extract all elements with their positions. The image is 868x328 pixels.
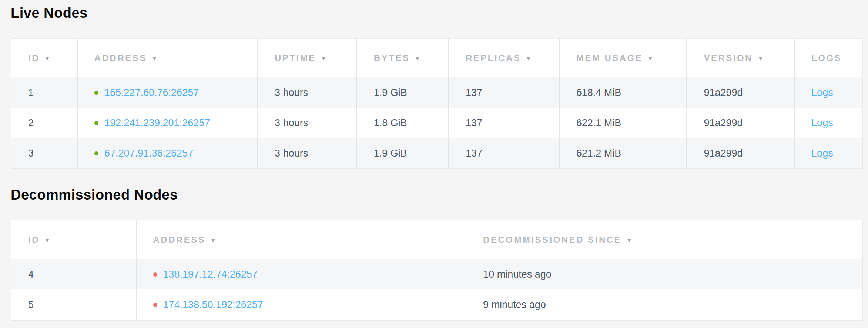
column-label: LOGS	[811, 53, 842, 63]
cell-bytes: 1.9 GiB	[356, 138, 448, 168]
cell-id: 5	[11, 289, 136, 320]
decommissioned-nodes-section: Decommissioned Nodes ID ▾ ADDRESS ▾ DECO…	[11, 186, 863, 321]
cell-id: 3	[11, 138, 77, 168]
column-label: ID	[28, 235, 40, 245]
decommissioned-status-dot-icon	[153, 272, 157, 277]
header-uptime[interactable]: UPTIME ▾	[257, 39, 356, 77]
live-nodes-title: Live Nodes	[11, 4, 863, 21]
cell-id: 2	[11, 108, 77, 138]
cell-address: 138.197.12.74:26257	[136, 259, 466, 289]
header-logs: LOGS	[794, 39, 862, 77]
header-version[interactable]: VERSION ▾	[686, 39, 794, 77]
column-label: REPLICAS	[466, 53, 521, 63]
sort-descending-icon: ▾	[46, 54, 49, 63]
cell-version: 91a299d	[686, 108, 794, 138]
header-address[interactable]: ADDRESS ▾	[136, 220, 466, 259]
cell-address: 192.241.239.201:26257	[77, 108, 257, 138]
cell-address: 67.207.91.36:26257	[77, 138, 257, 168]
cell-replicas: 137	[448, 77, 559, 108]
cell-address: 165.227.60.76:26257	[77, 77, 257, 108]
column-label: BYTES	[374, 53, 410, 63]
cell-logs: Logs	[794, 108, 862, 138]
node-address-link[interactable]: 138.197.12.74:26257	[163, 269, 258, 280]
sort-descending-icon: ▾	[527, 54, 530, 63]
header-replicas[interactable]: REPLICAS ▾	[448, 39, 559, 77]
sort-descending-icon: ▾	[211, 236, 215, 244]
sort-descending-icon: ▾	[649, 54, 652, 63]
cell-mem-usage: 622.1 MiB	[559, 108, 687, 138]
header-bytes[interactable]: BYTES ▾	[356, 39, 448, 77]
cell-replicas: 137	[448, 108, 559, 138]
live-nodes-section: Live Nodes ID ▾ ADDRESS ▾ UPTIME ▾ BYTES…	[11, 4, 863, 169]
column-label: VERSION	[704, 53, 753, 63]
cell-logs: Logs	[794, 77, 862, 108]
column-label: ID	[28, 53, 40, 63]
live-status-dot-icon	[94, 121, 98, 125]
sort-descending-icon: ▾	[416, 54, 419, 63]
live-nodes-header-row: ID ▾ ADDRESS ▾ UPTIME ▾ BYTES ▾ REPLICAS	[11, 39, 862, 77]
live-node-row: 2 192.241.239.201:26257 3 hours 1.8 GiB …	[11, 108, 862, 138]
logs-link[interactable]: Logs	[811, 117, 833, 129]
header-mem-usage[interactable]: MEM USAGE ▾	[559, 39, 687, 77]
cell-version: 91a299d	[686, 138, 794, 168]
cell-replicas: 137	[448, 138, 559, 168]
column-label: DECOMMISSIONED SINCE	[483, 235, 621, 245]
decommissioned-nodes-table: ID ▾ ADDRESS ▾ DECOMMISSIONED SINCE ▾ 4	[11, 220, 863, 321]
header-id[interactable]: ID ▾	[11, 39, 77, 77]
nodes-overview-page: Live Nodes ID ▾ ADDRESS ▾ UPTIME ▾ BYTES…	[0, 0, 868, 321]
sort-descending-icon: ▾	[627, 236, 631, 244]
live-status-dot-icon	[94, 151, 98, 155]
sort-descending-icon: ▾	[46, 236, 49, 244]
cell-uptime: 3 hours	[257, 138, 356, 168]
cell-address: 174.138.50.192:26257	[136, 289, 466, 320]
cell-uptime: 3 hours	[257, 77, 356, 108]
decommissioned-node-row: 4 138.197.12.74:26257 10 minutes ago	[11, 259, 862, 289]
node-address-link[interactable]: 174.138.50.192:26257	[163, 299, 263, 311]
cell-mem-usage: 621.2 MiB	[559, 138, 687, 168]
cell-decommissioned-since: 10 minutes ago	[466, 259, 862, 289]
cell-version: 91a299d	[686, 77, 794, 108]
column-label: UPTIME	[275, 53, 316, 63]
decommissioned-status-dot-icon	[153, 303, 157, 307]
live-nodes-table: ID ▾ ADDRESS ▾ UPTIME ▾ BYTES ▾ REPLICAS	[11, 38, 863, 169]
decommissioned-node-row: 5 174.138.50.192:26257 9 minutes ago	[11, 289, 862, 320]
decommissioned-nodes-body: 4 138.197.12.74:26257 10 minutes ago 5 1…	[11, 259, 862, 320]
column-label: ADDRESS	[94, 53, 147, 63]
cell-bytes: 1.8 GiB	[356, 108, 448, 138]
cell-id: 1	[11, 77, 77, 108]
decommissioned-nodes-title: Decommissioned Nodes	[11, 186, 863, 203]
logs-link[interactable]: Logs	[811, 87, 833, 98]
column-label: MEM USAGE	[576, 53, 643, 63]
decommissioned-nodes-header-row: ID ▾ ADDRESS ▾ DECOMMISSIONED SINCE ▾	[11, 220, 862, 259]
node-address-link[interactable]: 192.241.239.201:26257	[104, 117, 210, 129]
cell-bytes: 1.9 GiB	[356, 77, 448, 108]
sort-descending-icon: ▾	[153, 54, 156, 63]
header-id[interactable]: ID ▾	[11, 220, 136, 259]
header-address[interactable]: ADDRESS ▾	[77, 39, 257, 77]
sort-descending-icon: ▾	[322, 54, 325, 63]
cell-uptime: 3 hours	[257, 108, 356, 138]
cell-decommissioned-since: 9 minutes ago	[466, 289, 862, 320]
live-node-row: 3 67.207.91.36:26257 3 hours 1.9 GiB 137…	[11, 138, 862, 168]
cell-mem-usage: 618.4 MiB	[559, 77, 687, 108]
cell-id: 4	[11, 259, 136, 289]
node-address-link[interactable]: 67.207.91.36:26257	[104, 148, 193, 159]
live-nodes-body: 1 165.227.60.76:26257 3 hours 1.9 GiB 13…	[11, 77, 862, 168]
logs-link[interactable]: Logs	[811, 148, 833, 159]
node-address-link[interactable]: 165.227.60.76:26257	[104, 87, 199, 98]
header-decommissioned-since[interactable]: DECOMMISSIONED SINCE ▾	[466, 220, 862, 259]
live-node-row: 1 165.227.60.76:26257 3 hours 1.9 GiB 13…	[11, 77, 862, 108]
column-label: ADDRESS	[153, 235, 206, 245]
live-status-dot-icon	[94, 91, 98, 95]
cell-logs: Logs	[794, 138, 862, 168]
sort-descending-icon: ▾	[759, 54, 762, 63]
